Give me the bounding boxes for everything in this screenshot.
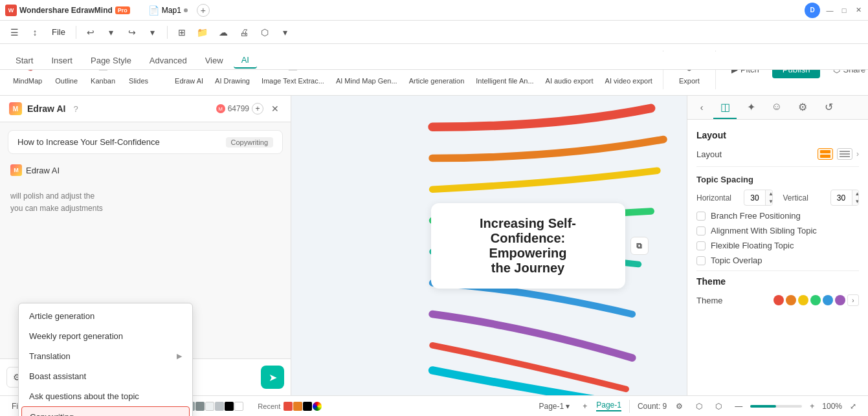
- zoom-out-button[interactable]: —: [731, 400, 746, 412]
- ai-mindmap-label: AI Mind Map Gen...: [336, 77, 397, 85]
- layout-option-list[interactable]: [837, 148, 852, 160]
- status-info: Count: 9 ⚙ ⬡ ⬡: [638, 400, 726, 412]
- layout-expand-button[interactable]: ›: [856, 149, 859, 159]
- translation-arrow-icon: ▶: [177, 352, 182, 360]
- recent-color-2[interactable]: [303, 402, 312, 411]
- recent-label: Recent: [258, 402, 280, 410]
- theme-row: Theme ›: [696, 294, 859, 306]
- menu-item-ask-questions[interactable]: Ask questions about the topic: [19, 386, 192, 406]
- panel-tab-settings[interactable]: ⚙: [791, 96, 814, 119]
- menu-item-copywriting[interactable]: Copywriting: [21, 406, 190, 416]
- save-cloud-button[interactable]: ☁: [214, 23, 232, 41]
- panel-tab-face[interactable]: ☺: [765, 96, 788, 119]
- map-tab[interactable]: 📄 Map1: [140, 3, 195, 18]
- vertical-up-button[interactable]: ▲: [852, 190, 860, 198]
- zoom-in-status-button[interactable]: +: [806, 400, 818, 412]
- menu-item-weekly-report[interactable]: Weekly report generation: [19, 326, 192, 346]
- menu-item-article-generation[interactable]: Article generation: [19, 306, 192, 326]
- status-icon-1[interactable]: ⚙: [672, 400, 687, 412]
- zoom-slider[interactable]: [750, 405, 802, 408]
- canvas-area[interactable]: Increasing Self-Confidence: Empoweringth…: [291, 96, 687, 395]
- status-icon-2[interactable]: ⬡: [692, 400, 706, 412]
- folder-button[interactable]: 📁: [194, 23, 212, 41]
- color-dot-20[interactable]: [225, 402, 234, 411]
- layout-option-grid[interactable]: [818, 148, 833, 160]
- maximize-button[interactable]: □: [840, 6, 849, 15]
- undo-button[interactable]: ↩: [82, 23, 100, 41]
- ai-send-button[interactable]: ➤: [261, 366, 284, 389]
- theme-expand-button[interactable]: ›: [847, 294, 859, 306]
- user-avatar[interactable]: D: [805, 3, 820, 18]
- panel-tab-style[interactable]: ✦: [739, 96, 762, 119]
- horizontal-down-button[interactable]: ▼: [766, 198, 773, 206]
- ai-panel-close-button[interactable]: ✕: [269, 102, 282, 115]
- horizontal-spinner[interactable]: 30 ▲ ▼: [744, 190, 773, 206]
- dropdown-button[interactable]: ▾: [276, 23, 295, 41]
- zoom-control: — + 100% ⤢: [731, 400, 860, 412]
- menu-item-translation[interactable]: Translation ▶: [19, 346, 192, 366]
- theme-swatch-2[interactable]: [798, 295, 808, 305]
- tab-start[interactable]: Start: [8, 53, 41, 68]
- color-dot-21[interactable]: [234, 402, 243, 411]
- redo-button[interactable]: ↪: [123, 23, 141, 41]
- expand-button[interactable]: ⤢: [846, 400, 860, 412]
- branch-free-checkbox[interactable]: [696, 212, 706, 221]
- panel-tab-history[interactable]: ↺: [817, 96, 840, 119]
- tab-view[interactable]: View: [197, 53, 231, 68]
- minimize-button[interactable]: —: [825, 6, 834, 15]
- active-page-tab[interactable]: Page-1: [596, 400, 621, 411]
- color-picker-button[interactable]: [313, 402, 322, 411]
- panel-collapse-button[interactable]: ‹: [693, 96, 711, 119]
- copy-button[interactable]: ⧉: [630, 237, 649, 255]
- tab-ai[interactable]: AI: [234, 52, 257, 69]
- ai-logo-icon: M: [9, 102, 22, 115]
- central-topic[interactable]: Increasing Self-Confidence: Empoweringth…: [431, 203, 625, 289]
- zoom-in-button[interactable]: ⊞: [173, 23, 191, 41]
- recent-color-1[interactable]: [293, 402, 302, 411]
- topic-overlap-label: Topic Overlap: [711, 256, 762, 265]
- slides-label: Slides: [129, 77, 148, 85]
- vertical-down-button[interactable]: ▼: [852, 198, 860, 206]
- topic-overlap-checkbox[interactable]: [696, 256, 706, 265]
- export-menu-button[interactable]: ⬡: [256, 23, 274, 41]
- vertical-spinner[interactable]: 30 ▲ ▼: [830, 190, 860, 206]
- redo-dropdown[interactable]: ▾: [144, 23, 162, 41]
- panel-tab-layout[interactable]: ◫: [713, 96, 737, 119]
- add-page-button[interactable]: +: [579, 400, 591, 412]
- tab-insert[interactable]: Insert: [43, 53, 80, 68]
- outline-label: Outline: [55, 77, 78, 85]
- recent-color-0[interactable]: [284, 402, 293, 411]
- page-area: Page-1 ▾ + Page-1: [535, 400, 621, 412]
- expand-button[interactable]: ↕: [26, 23, 44, 41]
- color-dot-18[interactable]: [205, 402, 214, 411]
- theme-swatch-5[interactable]: [835, 295, 845, 305]
- print-button[interactable]: 🖨: [235, 23, 253, 41]
- toggle-sidebar-button[interactable]: ☰: [5, 23, 23, 41]
- divider-2: [696, 270, 859, 271]
- theme-swatch-3[interactable]: [810, 295, 821, 305]
- theme-swatch-1[interactable]: [786, 295, 796, 305]
- menu-divider-1: [76, 26, 76, 39]
- layout-options: ›: [818, 148, 859, 160]
- tab-advanced[interactable]: Advanced: [142, 53, 195, 68]
- horizontal-up-button[interactable]: ▲: [766, 190, 773, 198]
- file-menu[interactable]: File: [47, 25, 71, 39]
- flexible-floating-checkbox[interactable]: [696, 241, 706, 250]
- menu-item-boast-assistant[interactable]: Boast assistant: [19, 366, 192, 386]
- ai-help-icon[interactable]: ?: [73, 104, 78, 114]
- color-dot-17[interactable]: [195, 402, 205, 411]
- color-dot-19[interactable]: [215, 402, 224, 411]
- title-bar: W Wondershare EdrawMind Pro 📄 Map1 + D —…: [0, 0, 868, 21]
- add-credits-button[interactable]: +: [252, 103, 263, 115]
- undo-dropdown[interactable]: ▾: [102, 23, 120, 41]
- theme-swatch-0[interactable]: [773, 295, 784, 305]
- page-1-tab[interactable]: Page-1 ▾: [535, 400, 573, 412]
- menu-divider-2: [167, 26, 168, 39]
- status-icon-3[interactable]: ⬡: [711, 400, 726, 412]
- add-tab-button[interactable]: +: [197, 4, 210, 17]
- theme-swatch-4[interactable]: [823, 295, 833, 305]
- app-name: Wondershare EdrawMind: [19, 6, 113, 15]
- close-button[interactable]: ✕: [854, 6, 863, 15]
- tab-pagestyle[interactable]: Page Style: [83, 53, 139, 68]
- alignment-checkbox[interactable]: [696, 226, 706, 235]
